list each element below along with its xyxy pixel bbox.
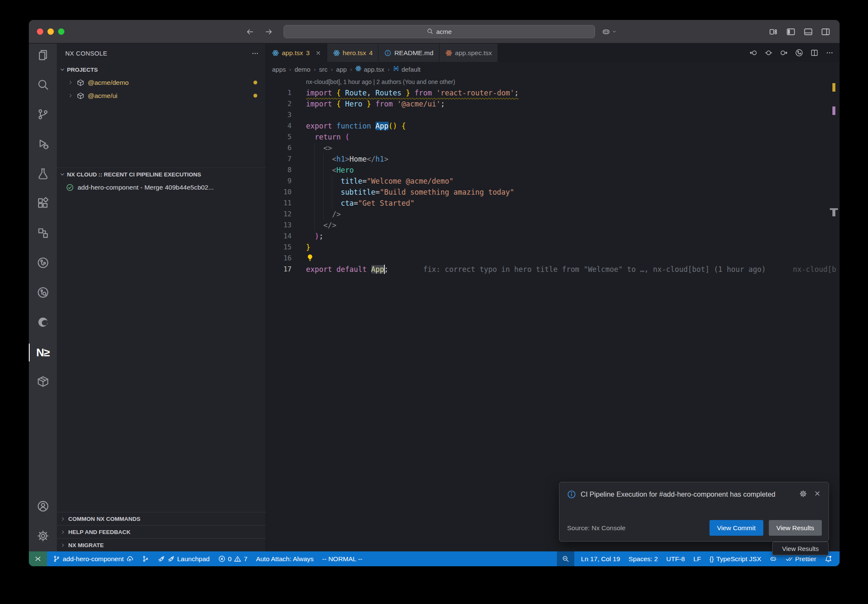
activity-item-edge[interactable] xyxy=(29,308,57,338)
minimize-window-button[interactable] xyxy=(47,28,54,35)
breadcrumb-item-app[interactable]: app xyxy=(336,66,347,73)
status-vim-mode[interactable]: -- NORMAL -- xyxy=(318,551,367,566)
code-line-16[interactable]: 16 xyxy=(266,253,840,264)
status-eol[interactable]: LF xyxy=(689,551,705,566)
pipeline-execution-item[interactable]: add-hero-component - Merge 409b44e5cb02.… xyxy=(57,181,266,194)
more-actions-icon[interactable] xyxy=(826,49,834,57)
forward-arrow-icon[interactable] xyxy=(264,28,273,36)
toggle-secondary-sidebar-button[interactable] xyxy=(821,27,830,36)
close-window-button[interactable] xyxy=(37,28,43,35)
code-line-17[interactable]: 17export default App; fix: correct typo … xyxy=(266,264,840,275)
status-encoding[interactable]: UTF-8 xyxy=(662,551,689,566)
package-box-icon xyxy=(77,92,84,100)
sidebar-section-help-and-feedback[interactable]: HELP AND FEEDBACK xyxy=(57,525,266,538)
notification-toast: CI Pipeline Execution for #add-hero-comp… xyxy=(559,482,829,542)
tab-README.md[interactable]: README.md xyxy=(378,44,439,62)
code-line-2[interactable]: 2import { Hero } from '@acme/ui'; xyxy=(266,98,840,109)
activity-item-extensions[interactable] xyxy=(29,189,57,219)
copilot-menu[interactable] xyxy=(602,20,617,43)
status-gitlens-launchpad[interactable]: Launchpad xyxy=(153,551,214,566)
activity-item-nx[interactable]: N≥ xyxy=(29,338,57,367)
status-zoom-indicator[interactable] xyxy=(557,551,574,566)
breadcrumb-item-default[interactable]: default xyxy=(393,65,420,73)
code-line-4[interactable]: 4export function App() { xyxy=(266,120,840,131)
code-line-8[interactable]: 8 <Hero xyxy=(266,165,840,176)
status-problems[interactable]: 07 xyxy=(214,551,252,566)
lightbulb-icon[interactable] xyxy=(306,254,314,262)
nx-cloud-section: NX CLOUD :: RECENT CI PIPELINE EXECUTION… xyxy=(57,168,266,194)
code-line-14[interactable]: 14 ); xyxy=(266,231,840,242)
code-line-1[interactable]: 1import { Route, Routes } from 'react-ro… xyxy=(266,87,840,98)
tab-app.tsx[interactable]: app.tsx3 xyxy=(266,44,327,62)
status-indentation[interactable]: Spaces: 2 xyxy=(624,551,662,566)
activity-item-explorer[interactable] xyxy=(29,41,57,70)
status-auto-attach[interactable]: Auto Attach: Always xyxy=(252,551,318,566)
gear-icon[interactable] xyxy=(799,490,807,500)
close-icon[interactable] xyxy=(814,490,821,500)
chevron-right-icon xyxy=(68,93,73,98)
activity-item-gitlens[interactable] xyxy=(29,249,57,278)
code-line-5[interactable]: 5 return ( xyxy=(266,131,840,143)
status-cursor-position[interactable]: Ln 17, Col 19 xyxy=(577,551,624,566)
breadcrumb-item-apps[interactable]: apps xyxy=(272,66,286,73)
nav-forward-icon[interactable] xyxy=(780,49,788,57)
status-git-graph[interactable] xyxy=(138,551,153,566)
run-graph-icon[interactable] xyxy=(795,49,803,57)
toggle-sidebar-button[interactable] xyxy=(786,27,796,36)
toggle-panel-button[interactable] xyxy=(804,27,813,36)
status-git-branch[interactable]: add-hero-component xyxy=(49,551,138,566)
close-tab-icon[interactable] xyxy=(315,50,321,56)
code-line-13[interactable]: 13 </> xyxy=(266,220,840,231)
split-editor-icon[interactable] xyxy=(810,49,818,57)
code-line-6[interactable]: 6 <> xyxy=(266,143,840,154)
nav-back-icon[interactable] xyxy=(749,49,757,57)
code-line-9[interactable]: 9 title="Welcome @acme/demo" xyxy=(266,176,840,187)
status-language-mode[interactable]: {}TypeScript JSX xyxy=(705,551,765,566)
activity-item-settings[interactable] xyxy=(29,522,57,551)
activity-item-testing[interactable] xyxy=(29,159,57,189)
code-editor[interactable]: nx-cloud[bot], 1 hour ago | 2 authors (Y… xyxy=(266,76,840,551)
search-icon xyxy=(427,28,433,36)
breadcrumb-item-app.tsx[interactable]: app.tsx xyxy=(355,65,384,73)
code-line-3[interactable]: 3 xyxy=(266,109,840,120)
breadcrumb-separator: › xyxy=(350,66,352,73)
sidebar-section-common-nx-commands[interactable]: COMMON NX COMMANDS xyxy=(57,512,266,525)
more-actions-icon[interactable] xyxy=(251,50,259,57)
breadcrumb-item-demo[interactable]: demo xyxy=(295,66,311,73)
nx-cloud-section-header[interactable]: NX CLOUD :: RECENT CI PIPELINE EXECUTION… xyxy=(57,168,266,181)
git-branch-icon xyxy=(53,555,60,562)
code-line-10[interactable]: 10 subtitle="Build something amazing tod… xyxy=(266,187,840,198)
projects-section-header[interactable]: PROJECTS xyxy=(57,63,266,76)
project-item[interactable]: @acme/ui xyxy=(57,89,266,102)
edge-blame-text: nx-cloud[b xyxy=(793,264,836,275)
nav-node-icon[interactable] xyxy=(765,49,773,57)
command-center-search[interactable]: acme xyxy=(284,25,595,38)
code-line-7[interactable]: 7 <h1>Home</h1> xyxy=(266,154,840,165)
activity-item-hierarchy[interactable] xyxy=(29,219,57,249)
view-results-button[interactable]: View Results xyxy=(769,520,822,536)
code-line-15[interactable]: 15} xyxy=(266,242,840,253)
overview-warning-marker xyxy=(832,83,835,92)
zoom-window-button[interactable] xyxy=(58,28,64,35)
activity-item-run-debug[interactable] xyxy=(29,130,57,159)
activity-item-account[interactable] xyxy=(29,492,57,522)
back-arrow-icon[interactable] xyxy=(246,28,254,36)
activity-item-search[interactable] xyxy=(29,70,57,100)
tab-label: hero.tsx xyxy=(343,49,366,57)
code-line-11[interactable]: 11 cta="Get Started" xyxy=(266,198,840,209)
activity-item-source-control[interactable] xyxy=(29,100,57,130)
customize-layout-button[interactable] xyxy=(769,27,778,36)
indent-guide xyxy=(332,198,332,209)
code-line-12[interactable]: 12 /> xyxy=(266,209,840,220)
tab-hero.tsx[interactable]: hero.tsx4 xyxy=(327,44,379,62)
sidebar-section-nx-migrate[interactable]: NX MIGRATE xyxy=(57,538,266,551)
activity-item-container[interactable] xyxy=(29,367,57,397)
view-commit-button[interactable]: View Commit xyxy=(709,520,763,536)
status-remote-indicator[interactable] xyxy=(29,551,47,566)
project-item[interactable]: @acme/demo xyxy=(57,76,266,89)
git-blame-codelens[interactable]: nx-cloud[bot], 1 hour ago | 2 authors (Y… xyxy=(266,76,840,87)
breadcrumb-item-src[interactable]: src xyxy=(319,66,328,73)
activity-item-gitlens-inspect[interactable] xyxy=(29,278,57,308)
tab-app.spec.tsx[interactable]: app.spec.tsx xyxy=(440,44,498,62)
vscode-window: acme N≥ NX CONSOLE PROJECTS @acme/demo@a… xyxy=(29,20,840,566)
